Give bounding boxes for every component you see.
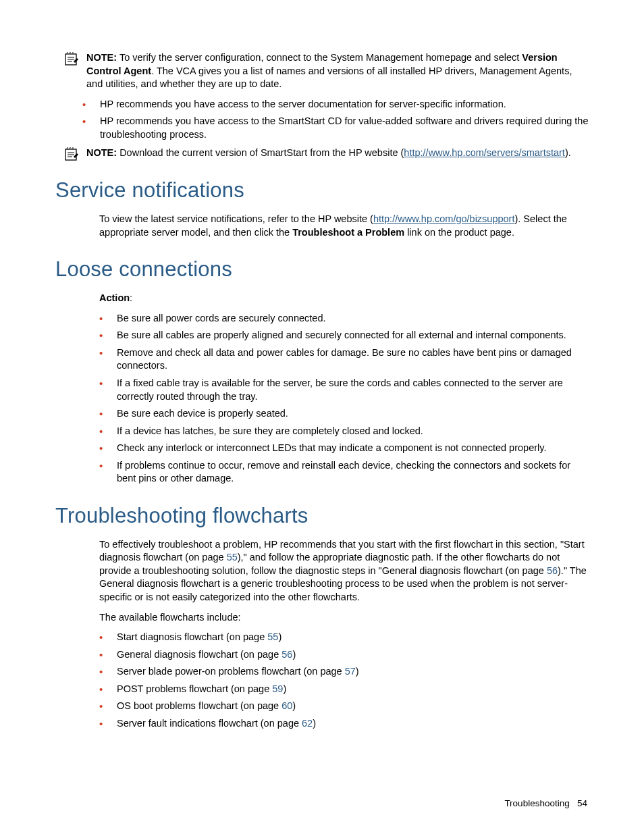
- bizsupport-link[interactable]: http://www.hp.com/go/bizsupport: [373, 213, 515, 224]
- note-block-2: NOTE: Download the current version of Sm…: [55, 147, 590, 160]
- text: Start diagnosis flowchart (on page: [117, 631, 267, 642]
- heading-loose-connections: Loose connections: [55, 255, 590, 284]
- note-label: NOTE:: [86, 147, 117, 158]
- list-item: Check any interlock or interconnect LEDs…: [99, 442, 590, 455]
- list-item: Be sure all cables are properly aligned …: [99, 329, 590, 342]
- list-item: Be sure each device is properly seated.: [99, 407, 590, 421]
- note-text-1: NOTE: To verify the server configuration…: [86, 51, 590, 91]
- text: POST problems flowchart (on page: [117, 683, 272, 694]
- text: ): [356, 666, 359, 677]
- text: OS boot problems flowchart (on page: [117, 700, 281, 711]
- section3-p1: To effectively troubleshoot a problem, H…: [99, 538, 590, 604]
- footer-page: 54: [577, 798, 587, 808]
- list-item: General diagnosis flowchart (on page 56): [99, 648, 590, 662]
- text: ): [283, 683, 286, 694]
- page-footer: Troubleshooting 54: [504, 798, 587, 810]
- list-item: If a device has latches, be sure they ar…: [99, 425, 590, 438]
- note-block-1: NOTE: To verify the server configuration…: [55, 51, 590, 91]
- section1-p1: To view the latest service notifications…: [99, 213, 590, 239]
- list-item: Start diagnosis flowchart (on page 55): [99, 631, 590, 644]
- list-item: HP recommends you have access to the Sma…: [82, 115, 590, 141]
- list-item: HP recommends you have access to the ser…: [82, 98, 590, 111]
- page-ref[interactable]: 55: [267, 631, 278, 642]
- text: To view the latest service notifications…: [99, 213, 373, 224]
- action-text: Action: [99, 292, 130, 303]
- bullet-list-1: HP recommends you have access to the ser…: [82, 98, 590, 142]
- text: Server fault indications flowchart (on p…: [117, 718, 302, 729]
- heading-service-notifications: Service notifications: [55, 176, 590, 205]
- list-item: OS boot problems flowchart (on page 60): [99, 700, 590, 713]
- page-ref[interactable]: 56: [547, 565, 558, 576]
- footer-section: Troubleshooting: [504, 798, 569, 808]
- section2-body: Action: Be sure all power cords are secu…: [99, 292, 590, 486]
- text: General diagnosis flowchart (on page: [117, 649, 281, 660]
- note-label: NOTE:: [86, 52, 117, 63]
- page-ref[interactable]: 62: [302, 718, 313, 729]
- text-bold: Troubleshoot a Problem: [292, 227, 404, 238]
- note-icon: [63, 147, 80, 160]
- heading-troubleshooting-flowcharts: Troubleshooting flowcharts: [55, 502, 590, 530]
- page-ref[interactable]: 55: [227, 552, 238, 563]
- page-ref[interactable]: 56: [281, 649, 292, 660]
- loose-connections-list: Be sure all power cords are securely con…: [99, 312, 590, 486]
- section3-p2: The available flowcharts include:: [99, 611, 590, 625]
- page-ref[interactable]: 59: [272, 683, 283, 694]
- text: ): [313, 718, 316, 729]
- document-page: NOTE: To verify the server configuration…: [0, 0, 644, 834]
- text: ): [278, 631, 281, 642]
- note1-t1: To verify the server configuration, conn…: [119, 52, 522, 63]
- list-item: Server blade power-on problems flowchart…: [99, 665, 590, 679]
- note-icon: [63, 51, 80, 65]
- list-item: POST problems flowchart (on page 59): [99, 683, 590, 696]
- text: Server blade power-on problems flowchart…: [117, 666, 345, 677]
- section3-body: To effectively troubleshoot a problem, H…: [99, 538, 590, 731]
- page-ref[interactable]: 60: [281, 700, 292, 711]
- text: ): [292, 700, 296, 711]
- action-label: Action:: [99, 292, 590, 305]
- text: ): [292, 649, 296, 660]
- list-item: Remove and check all data and power cabl…: [99, 346, 590, 373]
- note1-t2: . The VCA gives you a list of names and …: [86, 66, 572, 90]
- section1-body: To view the latest service notifications…: [99, 213, 590, 239]
- flowcharts-list: Start diagnosis flowchart (on page 55) G…: [99, 631, 590, 730]
- list-item: If a fixed cable tray is available for t…: [99, 377, 590, 403]
- list-item: Be sure all power cords are securely con…: [99, 312, 590, 325]
- note2-t2: ).: [565, 147, 571, 158]
- smartstart-link[interactable]: http://www.hp.com/servers/smartstart: [404, 147, 565, 158]
- note2-t1: Download the current version of SmartSta…: [119, 147, 404, 158]
- list-item: If problems continue to occur, remove an…: [99, 459, 590, 486]
- text: link on the product page.: [404, 227, 514, 238]
- page-ref[interactable]: 57: [345, 666, 356, 677]
- list-item: Server fault indications flowchart (on p…: [99, 717, 590, 731]
- note-text-2: NOTE: Download the current version of Sm…: [86, 147, 590, 160]
